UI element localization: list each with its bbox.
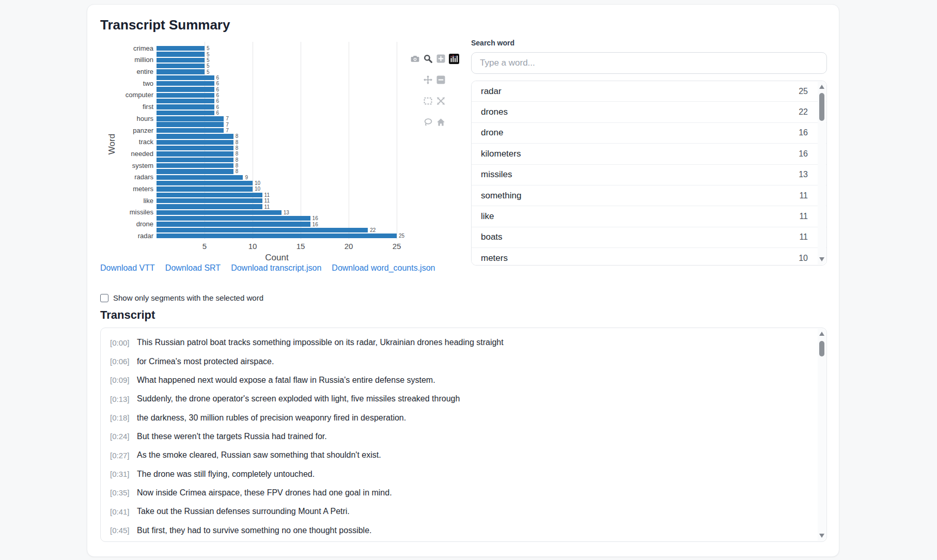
word-list-item[interactable]: like11 (472, 206, 826, 227)
chart-bar (157, 64, 205, 68)
chart-bar (157, 234, 397, 238)
zoom-out-icon[interactable] (434, 73, 447, 86)
chart-gridline (397, 42, 397, 239)
word-list-scrollbar (818, 82, 826, 265)
chart-bar (157, 198, 262, 203)
segment-text: This Russian patrol boat tracks somethin… (137, 338, 504, 347)
scrollbar-thumb[interactable] (819, 93, 824, 121)
word-list-item[interactable]: kilometers16 (472, 144, 826, 164)
download-links: Download VTT Download SRT Download trans… (100, 263, 435, 273)
word-label: kilometers (481, 149, 521, 159)
chart-bar (157, 81, 214, 86)
scroll-down-icon[interactable] (819, 534, 824, 538)
filter-checkbox[interactable] (100, 294, 108, 302)
chart-bar-value-label: 5 (207, 52, 210, 57)
segment-text: But these weren't the targets Russia had… (137, 432, 327, 441)
transcript-box: [0:00]This Russian patrol boat tracks so… (100, 328, 827, 542)
chart-bar (157, 175, 243, 180)
home-icon[interactable] (434, 116, 447, 129)
filter-checkbox-row[interactable]: Show only segments with the selected wor… (100, 293, 263, 302)
chart-bar-value-label: 6 (216, 111, 220, 116)
chart-bar-value-label: 11 (264, 198, 270, 204)
transcript-segment: [0:00]This Russian patrol boat tracks so… (101, 333, 816, 352)
chart-bar (157, 151, 233, 156)
download-word-counts-json-link[interactable]: Download word_counts.json (332, 263, 435, 273)
filter-checkbox-label: Show only segments with the selected wor… (113, 293, 263, 302)
transcript-scrollbar (818, 329, 826, 541)
chart-bar-value-label: 8 (236, 134, 239, 139)
word-list-item[interactable]: drones22 (472, 102, 826, 122)
chart-bar (157, 52, 205, 56)
chart-y-tick-label: radars (87, 174, 153, 181)
chart-bar-value-label: 6 (216, 105, 220, 110)
segment-text: Suddenly, the drone operator's screen ex… (137, 394, 460, 403)
pan-icon[interactable] (421, 73, 434, 86)
chart-bar (157, 140, 233, 145)
word-count: 16 (799, 128, 808, 137)
word-list-item[interactable]: something11 (472, 185, 826, 206)
chart-y-tick-label: like (87, 197, 153, 205)
lasso-icon[interactable] (421, 116, 434, 129)
chart-modebar (409, 52, 462, 137)
chart-y-tick-label: million (87, 56, 153, 64)
search-input[interactable] (471, 52, 827, 74)
word-list-item[interactable]: radar25 (472, 81, 826, 102)
search-word-label: Search word (471, 39, 514, 47)
word-count: 13 (799, 170, 808, 179)
word-list-item[interactable]: drone16 (472, 123, 826, 144)
chart-bar-value-label: 16 (313, 216, 318, 221)
chart-y-tick-label: two (87, 80, 153, 87)
chart-x-tick-label: 10 (242, 242, 263, 251)
chart-bar (157, 58, 205, 63)
chart-y-tick-label: meters (87, 185, 153, 193)
chart-bar-value-label: 6 (216, 81, 220, 86)
word-label: drone (481, 128, 503, 138)
transcript-segment: [0:06]for Crimea's most protected airspa… (101, 352, 816, 370)
zoom-icon[interactable] (421, 52, 434, 65)
word-label: like (481, 211, 494, 222)
word-count: 22 (799, 107, 808, 117)
box-select-icon[interactable] (421, 95, 434, 107)
chart-x-tick-label: 20 (338, 242, 359, 251)
zoom-in-icon[interactable] (434, 52, 447, 65)
word-list-item[interactable]: boats11 (472, 227, 826, 248)
download-transcript-json-link[interactable]: Download transcript.json (231, 263, 321, 273)
chart-bar (157, 186, 253, 191)
segment-timestamp: [0:13] (110, 395, 137, 403)
transcript-segment: [0:09]What happened next would expose a … (101, 371, 816, 390)
plotly-logo-icon[interactable] (447, 52, 460, 65)
chart-y-tick-label: hours (87, 115, 153, 122)
segment-text: the darkness, 30 million rubles of preci… (137, 413, 406, 423)
word-label: boats (481, 232, 503, 242)
chart-y-tick-label: entire (87, 68, 153, 75)
segment-timestamp: [0:31] (110, 470, 137, 478)
chart-bar-value-label: 7 (226, 116, 229, 121)
chart-bar-value-label: 8 (236, 151, 239, 157)
word-label: drones (481, 107, 508, 117)
chart-bar (157, 99, 214, 103)
chart-y-tick-label: drone (87, 221, 153, 228)
word-list-item[interactable]: meters10 (472, 248, 826, 266)
word-label: something (481, 191, 521, 201)
chart-bar (157, 204, 262, 209)
chart-bar-value-label: 5 (207, 64, 210, 69)
word-list-item[interactable]: missiles13 (472, 165, 826, 185)
chart-bar (157, 128, 224, 133)
scroll-up-icon[interactable] (819, 332, 824, 336)
segment-timestamp: [0:35] (110, 488, 137, 497)
camera-icon[interactable] (409, 52, 421, 65)
download-vtt-link[interactable]: Download VTT (100, 263, 155, 273)
transcript-segment: [0:18]the darkness, 30 million rubles of… (101, 408, 816, 427)
chart-bar-value-label: 10 (255, 181, 260, 186)
transcript-segment: [0:24]But these weren't the targets Russ… (101, 427, 816, 446)
chart-bar-value-label: 6 (216, 87, 220, 92)
scroll-up-icon[interactable] (819, 85, 824, 89)
chart-bar-value-label: 6 (216, 75, 220, 81)
scrollbar-thumb[interactable] (819, 341, 824, 356)
transcript-segment: [0:27]As the smoke cleared, Russian saw … (101, 446, 816, 464)
autoscale-icon[interactable] (434, 95, 447, 107)
chart-x-tick-label: 5 (194, 242, 215, 251)
word-label: meters (481, 253, 508, 263)
download-srt-link[interactable]: Download SRT (165, 263, 221, 273)
scroll-down-icon[interactable] (819, 257, 824, 261)
